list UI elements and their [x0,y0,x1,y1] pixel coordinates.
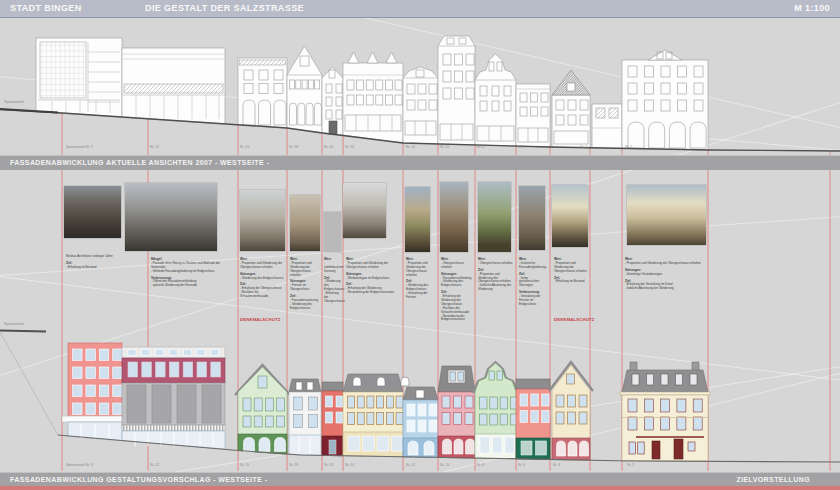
building-current-nr-12 [403,67,438,144]
parcel-label-current-nr-4: Nr. 4 [580,145,587,149]
annotation-item: - Erhaltung im Bestand [66,266,118,270]
heritage-protection-label: DENKMALSCHUTZ [240,317,281,322]
annotation-column-nr-4: Wert:- Proportion und Gliederung der Obe… [554,255,587,284]
building-proposal-nr-10 [438,366,475,458]
photo-nr-16 [324,212,341,252]
photo-nr-12 [405,187,430,252]
scale-label: M 1:100 [794,3,830,13]
band-label-current-text: FASSADENABWICKLUNG AKTUELLE ANSICHTEN 20… [10,159,269,166]
parcel-label-current-nr-12: Nr. 12 [406,145,415,149]
building-current-connector [592,104,622,148]
building-proposal-nr-9 [62,343,125,441]
parcel-label-current-nr-8: Nr. 8 [477,145,484,149]
photo-nr-22 [125,183,217,251]
building-proposal-nr-4 [549,362,593,460]
side-label-speisemarkt-top: Speisemarkt [4,100,24,104]
parcel-label-proposal-nr-16: Nr. 16 [324,463,333,467]
side-label-speisemarkt-bottom: Speisemarkt [4,322,24,326]
presentation-board: STADT BINGEN DIE GESTALT DER SALZSTRASSE… [0,0,840,490]
annotation-item: - Proportion und Gliederung der Obergesc… [554,262,587,274]
building-current-nr-18 [287,46,322,133]
annotation-item: - Proportion und Gliederung der Obergesc… [406,262,435,278]
building-current-nr-6 [516,84,550,147]
annotation-item: - Gestaltung der Fenster [406,292,435,300]
building-current-nr-16 [322,67,343,135]
annotation-column-speisemarkt-nr-9: Neubau Architektur siebziger JahreZiel:-… [66,255,118,270]
parcel-label-current-speisemarkt-nr-9: Speisemarkt Nr. 9 [66,145,93,149]
parcel-label-proposal-nr-8: Nr. 8 [477,463,484,467]
building-proposal-nr-2 [620,362,710,461]
parcel-label-proposal-nr-12: Nr. 12 [406,463,415,467]
annotation-item: - Proportion und Gliederung der Obergesc… [290,262,319,278]
annotation-item: - Proportion und Gliederung der Obergesc… [625,262,703,266]
annotation-item: Neubau Architektur siebziger Jahre [66,255,118,259]
goal-label: ZIELVORSTELLUNG [736,476,810,483]
annotation-item: - Rückbau der Schaufensterfassade [240,291,284,299]
photo-nr-4 [552,185,588,247]
annotation-column-nr-16: Wert:- städtebauliche KörnungZiel:- Glie… [324,255,341,304]
photo-nr-6 [519,186,545,250]
parcel-label-proposal-nr-2: Nr. 2 [627,463,634,467]
building-current-nr-10 [438,36,475,145]
building-current-nr-8 [475,54,516,146]
heritage-protection-label: DENKMALSCHUTZ [554,317,595,322]
band-label-proposal-text: FASSADENABWICKLUNG GESTALTUNGSVORSCHLAG … [10,476,267,483]
annotation-column-nr-8: Wert:- Obergeschosse erhaltenZiel:- Prop… [478,255,513,292]
building-current-nr-22 [122,48,225,124]
building-proposal-nr-22 [122,347,225,449]
parcel-label-proposal-speisemarkt-nr-9: Speisemarkt Nr. 9 [66,463,93,467]
annotation-column-nr-12: Wert:- Proportion und Gliederung der Obe… [406,255,435,300]
photo-nr-2 [627,185,706,245]
annotation-item: - kleinteilige Veränderungen [625,273,703,277]
annotation-item: - Neuordnung der Erdgeschosszone [441,315,472,323]
annotation-item: - fehlende Fassadengliederung im Erdgesc… [151,270,231,274]
annotation-item: - keine gestalterischen Störungen [519,277,547,289]
building-proposal-nr-12 [403,387,438,457]
building-proposal-nr-20 [235,365,290,454]
building-proposal-nr-14 [343,374,409,457]
annotation-item: - Erhaltung im Bestand [554,280,587,284]
annotation-item: - Gliederung des Erdgeschosses [290,303,319,311]
band-label-current: FASSADENABWICKLUNG AKTUELLE ANSICHTEN 20… [0,155,840,170]
parcel-label-current-nr-22: Nr. 22 [150,145,159,149]
photo-speisemarkt-nr-9 [64,186,121,238]
parcel-label-proposal-nr-6: Nr. 6 [518,463,525,467]
annotation-item: - farbliche Absetzung der Gliederung [478,284,513,292]
annotation-item: - optische Gliederung der Fassade [151,284,231,288]
building-proposal-nr-18 [289,379,321,455]
parcel-label-current-nr-14: Nr. 14 [345,145,354,149]
photo-nr-20 [240,190,285,251]
annotation-item: - Gliederung des Erdgeschosses [441,280,472,288]
parcel-label-current-nr-18: Nr. 18 [289,145,298,149]
annotation-item: - historische Fassadengliederung [519,262,547,270]
annotation-item: - Obergeschosse erhalten [478,262,513,266]
annotation-item: - Proportion und Gliederung der Obergesc… [346,262,400,270]
parcel-label-proposal-nr-4: Nr. 4 [553,463,560,467]
parcel-label-proposal-nr-10: Nr. 10 [440,463,449,467]
parcel-label-current-nr-20: Nr. 20 [240,145,249,149]
bottom-accent-band [0,486,840,490]
city-title: STADT BINGEN [10,3,82,13]
photo-nr-8 [478,182,511,252]
buildings-current [36,36,708,150]
parcel-label-proposal-nr-14: Nr. 14 [345,463,354,467]
annotation-column-nr-2: Wert:- Proportion und Gliederung der Obe… [625,255,703,291]
annotation-item: - Gestaltung der Fenster im Erdgeschoss [519,295,547,307]
parcel-label-proposal-nr-20: Nr. 20 [240,463,249,467]
annotation-item: - Gliederung des Erdgeschosses [240,277,284,281]
annotation-column-nr-6: Wert:- historische FassadengliederungZie… [519,255,547,307]
annotation-item: - Obergeschosse erhalten [441,262,472,270]
building-current-nr-20 [238,58,287,128]
building-proposal-nr-6 [516,379,550,459]
building-current-nr-2 [622,50,708,150]
building-proposal-nr-16 [322,382,343,456]
building-proposal-nr-8 [473,362,518,459]
parcel-label-current-nr-16: Nr. 16 [324,145,333,149]
parcel-label-proposal-nr-22: Nr. 22 [150,463,159,467]
title-bar: STADT BINGEN DIE GESTALT DER SALZSTRASSE… [0,0,840,18]
band-label-proposal: FASSADENABWICKLUNG GESTALTUNGSVORSCHLAG … [0,472,840,487]
building-current-nr-14 [343,52,403,143]
annotation-item: - Neuordnung der Erdgeschosszone [346,291,400,295]
parcel-label-current-nr-2: Nr. 2 [625,145,632,149]
parcel-label-proposal-nr-18: Nr. 18 [289,463,298,467]
